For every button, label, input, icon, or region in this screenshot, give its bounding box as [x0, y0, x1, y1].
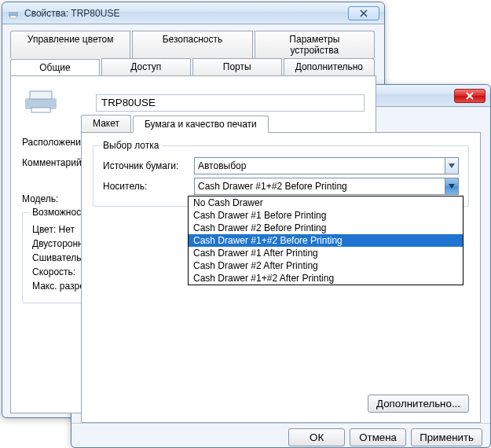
- print-setup-tabs: Макет Бумага и качество печати: [81, 115, 481, 132]
- printer-large-icon: [22, 89, 60, 116]
- svg-rect-4: [30, 91, 52, 99]
- paper-source-value: Автовыбор: [198, 160, 455, 171]
- properties-titlebar[interactable]: Свойства: TRP80USE: [2, 2, 384, 24]
- media-option[interactable]: Cash Drawer #2 Before Printing: [189, 222, 463, 234]
- media-option[interactable]: Cash Drawer #1+#2 After Printing: [189, 272, 463, 285]
- media-option[interactable]: Cash Drawer #1 After Printing: [189, 247, 463, 259]
- printer-icon: [7, 7, 20, 20]
- tab-paper-quality[interactable]: Бумага и качество печати: [133, 116, 269, 133]
- printer-name-input[interactable]: [96, 94, 365, 112]
- media-option[interactable]: Cash Drawer #2 After Printing: [189, 259, 463, 272]
- media-option[interactable]: Cash Drawer #1 Before Printing: [189, 209, 463, 222]
- tab-general[interactable]: Общие: [10, 59, 100, 76]
- paper-source-label: Источник бумаги:: [103, 160, 189, 171]
- print-setup-window: Настройка печати: TRP80USE Макет Бумага …: [71, 84, 491, 448]
- svg-rect-5: [31, 108, 50, 112]
- media-dropdown-list[interactable]: No Cash DrawerCash Drawer #1 Before Prin…: [188, 196, 464, 285]
- svg-rect-1: [10, 9, 16, 12]
- tab-device-params[interactable]: Параметры устройства: [255, 31, 375, 58]
- paper-quality-panel: Выбор лотка Источник бумаги: Автовыбор Н…: [81, 132, 481, 423]
- tab-ports[interactable]: Порты: [192, 58, 282, 75]
- tab-layout[interactable]: Макет: [81, 115, 131, 132]
- properties-title: Свойства: TRP80USE: [24, 8, 343, 19]
- tab-color-mgmt[interactable]: Управление цветом: [10, 31, 130, 58]
- ok-button[interactable]: ОК: [288, 428, 345, 446]
- media-option[interactable]: No Cash Drawer: [189, 196, 463, 209]
- cancel-button[interactable]: Отмена: [350, 428, 406, 446]
- svg-rect-2: [10, 16, 16, 18]
- tab-access[interactable]: Доступ: [101, 58, 191, 75]
- properties-close-button[interactable]: [348, 6, 379, 20]
- media-option[interactable]: Cash Drawer #1+#2 Before Printing: [189, 234, 463, 247]
- properties-tabs-row1: Управление цветом Безопасность Параметры…: [10, 31, 376, 58]
- print-setup-close-button[interactable]: [454, 89, 486, 103]
- properties-tabs-row2: Общие Доступ Порты Дополнительно: [10, 58, 376, 75]
- tab-advanced[interactable]: Дополнительно: [284, 58, 375, 75]
- media-label: Носитель:: [103, 181, 189, 192]
- chevron-down-icon[interactable]: [445, 178, 458, 194]
- dialog-button-row: ОК Отмена Применить: [71, 424, 490, 448]
- chevron-down-icon[interactable]: [445, 158, 458, 174]
- advanced-button[interactable]: Дополнительно...: [368, 395, 469, 413]
- tab-security[interactable]: Безопасность: [132, 31, 252, 58]
- apply-button[interactable]: Применить: [411, 428, 482, 446]
- media-value: Cash Drawer #1+#2 Before Printing: [198, 181, 455, 192]
- paper-source-combo[interactable]: Автовыбор: [194, 157, 459, 174]
- tray-legend: Выбор лотка: [100, 140, 162, 151]
- media-combo[interactable]: Cash Drawer #1+#2 Before Printing: [194, 178, 459, 195]
